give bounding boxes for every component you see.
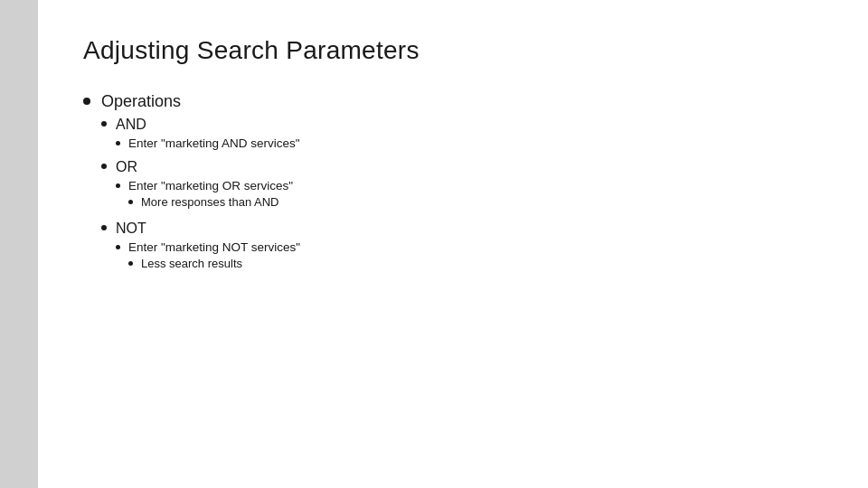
bullet-dot-and-example xyxy=(116,141,120,145)
and-sublist: Enter "marketing AND services" xyxy=(116,136,823,150)
list-item-or-detail: More responses than AND xyxy=(128,195,823,209)
not-label: NOT xyxy=(116,221,146,236)
and-content: AND Enter "marketing AND services" xyxy=(116,117,823,154)
operations-sublist: AND Enter "marketing AND services" xyxy=(101,117,823,277)
not-example-label: Enter "marketing NOT services" xyxy=(128,240,300,254)
not-sublist: Enter "marketing NOT services" Less sear… xyxy=(116,240,823,273)
operations-content: Operations AND Enter "marketing AND serv… xyxy=(101,92,823,282)
bullet-dot-or xyxy=(101,164,107,169)
main-content: Adjusting Search Parameters Operations A… xyxy=(38,0,868,488)
bullet-dot-operations xyxy=(83,98,90,105)
list-item-or: OR Enter "marketing OR services" xyxy=(101,159,823,215)
bullet-dot-or-example xyxy=(116,183,120,188)
or-sublist: Enter "marketing OR services" More respo… xyxy=(116,179,823,211)
bullet-dot-or-detail xyxy=(128,200,133,204)
or-detail-label: More responses than AND xyxy=(141,195,278,209)
or-detail-list: More responses than AND xyxy=(128,195,823,209)
sidebar xyxy=(0,0,38,488)
page-title: Adjusting Search Parameters xyxy=(83,36,823,65)
operations-label: Operations xyxy=(101,92,181,110)
bullet-dot-not-example xyxy=(116,245,120,249)
and-label: AND xyxy=(116,117,146,132)
list-item-and-example: Enter "marketing AND services" xyxy=(116,136,823,150)
or-example-content: Enter "marketing OR services" More respo… xyxy=(128,179,823,211)
list-item-not-example: Enter "marketing NOT services" Less sear… xyxy=(116,240,823,273)
list-item-operations: Operations AND Enter "marketing AND serv… xyxy=(83,92,823,282)
list-item-or-example: Enter "marketing OR services" More respo… xyxy=(116,179,823,211)
list-item-not: NOT Enter "marketing NOT services" xyxy=(101,221,823,277)
or-content: OR Enter "marketing OR services" xyxy=(116,159,823,215)
list-item-not-detail: Less search results xyxy=(128,257,823,270)
top-level-list: Operations AND Enter "marketing AND serv… xyxy=(83,92,823,282)
and-example-label: Enter "marketing AND services" xyxy=(128,136,300,150)
not-detail-label: Less search results xyxy=(141,257,242,270)
not-example-content: Enter "marketing NOT services" Less sear… xyxy=(128,240,823,273)
list-item-and: AND Enter "marketing AND services" xyxy=(101,117,823,154)
bullet-dot-not-detail xyxy=(128,261,133,266)
or-example-label: Enter "marketing OR services" xyxy=(128,179,293,192)
not-content: NOT Enter "marketing NOT services" xyxy=(116,221,823,277)
bullet-dot-not xyxy=(101,225,107,230)
not-detail-list: Less search results xyxy=(128,257,823,270)
bullet-dot-and xyxy=(101,121,107,127)
or-label: OR xyxy=(116,159,137,174)
